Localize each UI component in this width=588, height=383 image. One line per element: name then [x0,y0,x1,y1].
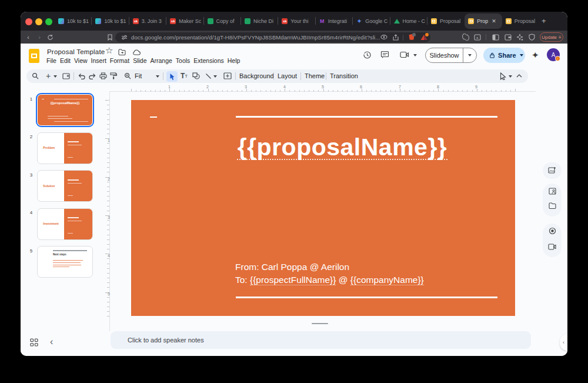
menu-help[interactable]: Help [228,57,240,64]
document-title[interactable]: Proposal Template [47,48,105,55]
shapes-icon[interactable] [191,69,201,84]
filmstrip-collapse-icon[interactable]: ‹ [50,337,53,347]
wallet-icon[interactable] [504,31,512,44]
menu-tools[interactable]: Tools [176,57,191,64]
print-icon[interactable] [98,69,108,84]
slide-thumbnail-1[interactable]: {{proposalName}} [37,94,93,126]
browser-tab[interactable]: MIntegrati [316,14,353,29]
slideshow-caret-icon [463,54,476,56]
theme-button[interactable]: Theme [305,69,325,84]
browser-tab[interactable]: sk3. Join 3 [129,14,166,29]
camera-panel-icon[interactable] [543,244,562,250]
menu-format[interactable]: Format [110,57,129,64]
slides-app-icon[interactable] [29,49,39,63]
slide-thumbnail-5[interactable]: Next steps [37,246,93,278]
comments-icon[interactable] [380,51,389,59]
cloud-status-icon[interactable] [132,49,141,55]
browser-tab[interactable]: Home - C [390,14,427,29]
add-slide-icon[interactable]: + [44,69,52,84]
record-icon[interactable] [543,227,562,235]
slideshow-button[interactable]: Slideshow [425,48,477,63]
browser-tab-active[interactable]: Prop✕ [465,14,502,29]
url-input[interactable]: docs.google.com/presentation/d/1gT-H8iVP… [115,32,430,43]
browser-tab[interactable]: skYour thi [278,14,315,29]
menu-insert[interactable]: Insert [91,57,106,64]
drive-favicon [394,18,400,24]
folder-panel-icon[interactable] [543,202,562,209]
leo-sparkle-icon[interactable] [516,31,524,44]
paint-format-icon[interactable] [109,69,118,84]
menu-view[interactable]: View [74,57,88,64]
layout-button[interactable]: Layout [278,69,297,84]
search-menus-icon[interactable] [31,69,40,84]
menu-slide[interactable]: Slide [133,57,146,64]
select-tool-button[interactable] [166,71,178,82]
slide-thumbnail-3[interactable]: Solution [37,170,93,202]
tab-close-icon[interactable]: ✕ [492,18,496,24]
sidebar-icon[interactable] [492,31,500,44]
meet-camera-icon[interactable] [400,51,409,58]
browser-tab[interactable]: Niche Di [241,14,278,29]
notes-resize-handle[interactable] [312,323,328,325]
update-button[interactable]: Update≡ [540,32,563,42]
menu-file[interactable]: File [46,57,56,64]
bookmark-icon[interactable] [106,31,114,44]
browser-tab[interactable]: ✦Google C [353,14,390,29]
browser-tab[interactable]: Proposal [427,14,465,29]
site-settings-icon[interactable] [120,32,128,43]
slide-fromto-text[interactable]: From: Carl Poppa @ Aerilon To: {{prospec… [235,261,424,286]
window-zoom-button[interactable] [45,18,52,25]
share-page-icon[interactable] [392,32,400,43]
reload-icon[interactable] [46,31,54,44]
privacy-shield-icon[interactable] [527,31,536,44]
window-minimize-button[interactable] [35,18,42,25]
to-line: To: {{prospectFullName}} @ {{companyName… [235,274,424,287]
zoom-icon[interactable] [123,69,132,84]
leo-ai-icon[interactable] [380,32,388,43]
gemini-sparkle-icon[interactable]: ✦ [532,50,539,61]
sidebar-expand-icon[interactable]: ‹ [560,334,567,351]
brave-shield-icon[interactable] [407,32,416,43]
adblock-icon[interactable] [419,32,429,43]
speaker-notes-input[interactable]: Click to add speaker notes [111,331,531,349]
star-icon[interactable]: ☆ [105,45,113,56]
rewards-icon[interactable] [462,31,470,44]
text-box-icon[interactable]: TT [179,69,189,84]
menu-edit[interactable]: Edit [60,57,71,64]
new-tab-button[interactable]: + [542,16,546,26]
version-history-icon[interactable] [363,51,372,59]
share-button[interactable]: Share [483,48,525,63]
line-tool-icon[interactable] [203,69,213,84]
slide-thumbnail-4[interactable]: Investment [37,208,93,240]
move-folder-icon[interactable] [118,49,126,55]
browser-tab[interactable]: Proposal [502,14,539,29]
meet-caret-icon[interactable] [413,54,417,56]
menu-extensions[interactable]: Extensions [193,57,223,64]
search-tabs-icon[interactable]: a [473,31,482,44]
zoom-select[interactable]: Fit [135,69,142,84]
undo-icon[interactable] [76,69,86,84]
browser-tab[interactable]: skMaker Sc [166,14,203,29]
background-button[interactable]: Background [239,69,274,84]
forward-icon[interactable]: › [35,31,44,44]
collapse-toolbar-icon[interactable] [514,69,524,84]
browser-tab[interactable]: 10k to $1 [55,14,92,29]
window-close-button[interactable] [25,18,32,25]
redo-icon[interactable] [88,69,97,84]
input-tools-icon[interactable] [498,69,507,84]
m-favicon: M [319,18,325,24]
slide-bottom-rule [236,297,497,298]
image-placeholder-icon[interactable] [543,188,562,195]
menu-arrange[interactable]: Arrange [150,57,172,64]
slide-canvas[interactable]: {{proposalName}} From: Carl Poppa @ Aeri… [131,100,515,316]
grid-view-icon[interactable] [30,338,38,347]
slide-title[interactable]: {{proposalName}} [230,134,454,161]
slide-thumbnail-2[interactable]: Problem [37,132,93,164]
insert-image-icon[interactable] [222,69,233,84]
insert-image-panel-icon[interactable] [543,166,562,174]
browser-tab[interactable]: 10k to $1 [92,14,129,29]
back-icon[interactable]: ‹ [24,31,32,44]
new-slide-layout-icon[interactable] [61,69,71,84]
transition-button[interactable]: Transition [330,69,358,84]
browser-tab[interactable]: Copy of [204,14,241,29]
